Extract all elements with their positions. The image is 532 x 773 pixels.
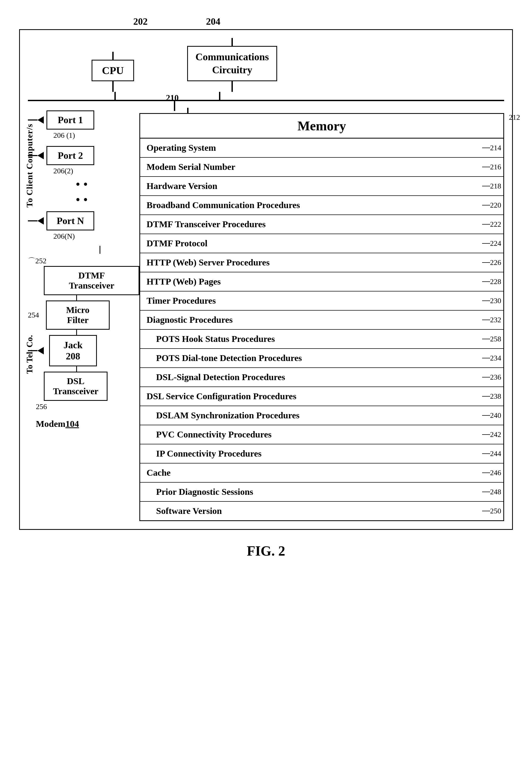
dtmf-ref-row: ⌒252 bbox=[28, 254, 139, 266]
port1-row: Port 1 bbox=[28, 110, 139, 130]
prior-cell: Prior Diagnostic Sessions bbox=[140, 483, 482, 501]
memory-row-os: Operating System 214 bbox=[140, 139, 503, 158]
cpu-section: CPU bbox=[92, 52, 134, 92]
diag-ref: 232 bbox=[482, 311, 503, 329]
cpu-ref-label: 202 bbox=[133, 16, 148, 27]
memory-row-dtp: DTMF Transceiver Procedures 222 bbox=[140, 215, 503, 234]
ip-ref: 244 bbox=[482, 444, 503, 463]
port1-arrow-line bbox=[28, 119, 37, 121]
microfilter-box: MicroFilter bbox=[46, 300, 110, 330]
cpu-to-bus-line bbox=[114, 92, 116, 100]
pages-cell: HTTP (Web) Pages bbox=[140, 272, 482, 291]
portN-arrow bbox=[37, 217, 44, 225]
memory-row-ip: IP Connectivity Procedures 244 bbox=[140, 444, 503, 463]
dtprot-ref: 224 bbox=[482, 234, 503, 253]
h-bus-line bbox=[28, 100, 504, 101]
left-column: To Client Computer/s Port 1 206 (1) Port… bbox=[28, 108, 139, 429]
portN-ref: 206(N) bbox=[53, 232, 139, 241]
filter-to-jack-line bbox=[76, 330, 77, 335]
cpu-box: CPU bbox=[92, 60, 134, 81]
msn-cell: Modem Serial Number bbox=[140, 158, 482, 176]
top-ref-labels: 202 204 bbox=[19, 16, 513, 27]
hw-cell: Hardware Version bbox=[140, 177, 482, 195]
port2-arrow bbox=[37, 152, 44, 159]
fig-caption: FIG. 2 bbox=[247, 543, 285, 559]
outer-container: 202 204 CPU CommunicationsCircuitry bbox=[19, 16, 513, 530]
bcp-ref: 220 bbox=[482, 196, 503, 214]
jack-arrow bbox=[37, 347, 44, 354]
jack-box: Jack208 bbox=[49, 335, 97, 366]
comm-ref-label: 204 bbox=[206, 16, 220, 27]
cpu-top-line bbox=[112, 52, 114, 60]
dots2: • • bbox=[76, 193, 139, 206]
memory-row-pots-dial: POTS Dial-tone Detection Procedures 234 bbox=[140, 349, 503, 368]
bus-into-mem-line bbox=[187, 108, 188, 113]
dtp-cell: DTMF Transceiver Procedures bbox=[140, 215, 482, 234]
timer-cell: Timer Procedures bbox=[140, 291, 482, 310]
comm-section: CommunicationsCircuitry bbox=[187, 38, 277, 92]
dots: • • bbox=[76, 178, 139, 191]
memory-header: Memory bbox=[140, 114, 503, 139]
bus-ref-label: 210 bbox=[166, 93, 179, 103]
memory-box: Memory Operating System 214 Modem Serial… bbox=[139, 113, 504, 521]
to-client-label: To Client Computer/s bbox=[25, 124, 35, 208]
dsl-box: DSLTransceiver bbox=[44, 372, 108, 401]
port1-arrow bbox=[37, 116, 44, 124]
memory-row-cache: Cache 246 bbox=[140, 463, 503, 483]
sw-ref: 250 bbox=[482, 502, 503, 520]
dsl-row: DSLTransceiver bbox=[28, 372, 139, 401]
memory-section: Memory Operating System 214 Modem Serial… bbox=[139, 108, 504, 521]
memory-row-timer: Timer Procedures 230 bbox=[140, 291, 503, 311]
pots-hook-ref: 258 bbox=[482, 330, 503, 348]
msn-ref: 216 bbox=[482, 158, 503, 176]
port1-ref: 206 (1) bbox=[53, 131, 139, 140]
port2-box: Port 2 bbox=[46, 146, 94, 165]
memory-row-sw: Software Version 250 bbox=[140, 502, 503, 520]
pvc-ref: 242 bbox=[482, 425, 503, 444]
pots-dial-ref: 234 bbox=[482, 349, 503, 367]
dtmf-curve: ⌒252 bbox=[28, 256, 46, 266]
comm-bottom-line bbox=[231, 81, 233, 92]
http-cell: HTTP (Web) Server Procedures bbox=[140, 253, 482, 272]
dslam-ref: 240 bbox=[482, 406, 503, 425]
pots-hook-cell: POTS Hook Status Procedures bbox=[140, 330, 482, 348]
microfilter-row: 254 MicroFilter bbox=[28, 300, 139, 330]
modem-label: Modem104 bbox=[36, 419, 139, 429]
jack-row: To Tel. Co. Jack208 bbox=[28, 335, 139, 366]
memory-row-pots-hook: POTS Hook Status Procedures 258 bbox=[140, 330, 503, 349]
memory-row-diag: Diagnostic Procedures 232 bbox=[140, 311, 503, 330]
http-ref: 226 bbox=[482, 253, 503, 272]
dsl-sig-ref: 236 bbox=[482, 368, 503, 387]
dtmf-box: DTMFTransceiver bbox=[44, 266, 139, 295]
portN-box: Port N bbox=[46, 211, 94, 230]
memory-row-dsl-svc: DSL Service Configuration Procedures 238 bbox=[140, 387, 503, 406]
sw-cell: Software Version bbox=[140, 502, 482, 520]
dsl-ref-label: 256 bbox=[36, 402, 139, 411]
dslam-cell: DSLAM Synchronization Procedures bbox=[140, 406, 482, 425]
memory-row-msn: Modem Serial Number 216 bbox=[140, 158, 503, 177]
port2-row: Port 2 bbox=[28, 146, 139, 165]
dsl-sig-cell: DSL-Signal Detection Procedures bbox=[140, 368, 482, 387]
diagram-wrapper: 202 204 CPU CommunicationsCircuitry bbox=[19, 16, 513, 559]
memory-row-dtprot: DTMF Protocol 224 bbox=[140, 234, 503, 253]
pvc-cell: PVC Connectivity Procedures bbox=[140, 425, 482, 444]
memory-row-dslam: DSLAM Synchronization Procedures 240 bbox=[140, 406, 503, 425]
timer-ref: 230 bbox=[482, 291, 503, 310]
os-cell: Operating System bbox=[140, 139, 482, 157]
ip-cell: IP Connectivity Procedures bbox=[140, 444, 482, 463]
to-tel-label: To Tel. Co. bbox=[25, 335, 35, 374]
dtmf-to-filter-line bbox=[76, 295, 77, 300]
os-ref: 214 bbox=[482, 139, 503, 157]
port2-ref: 206(2) bbox=[53, 167, 139, 175]
diag-cell: Diagnostic Procedures bbox=[140, 311, 482, 329]
prior-ref: 248 bbox=[482, 483, 503, 501]
bus-area: 210 bbox=[28, 92, 504, 108]
bcp-cell: Broadband Communication Procedures bbox=[140, 196, 482, 214]
portN-row: Port N bbox=[28, 211, 139, 230]
dsl-svc-cell: DSL Service Configuration Procedures bbox=[140, 387, 482, 406]
dsl-svc-ref: 238 bbox=[482, 387, 503, 406]
comm-box: CommunicationsCircuitry bbox=[187, 46, 277, 81]
pages-ref: 228 bbox=[482, 272, 503, 291]
outer-box: CPU CommunicationsCircuitry 210 bbox=[19, 29, 513, 530]
memory-outer-ref: 212 bbox=[509, 113, 520, 122]
